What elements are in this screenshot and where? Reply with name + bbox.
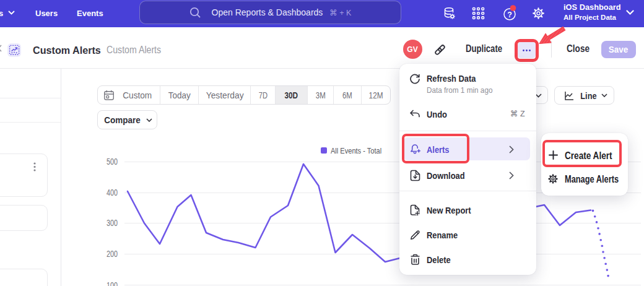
svg-text:?: ? — [507, 11, 512, 19]
